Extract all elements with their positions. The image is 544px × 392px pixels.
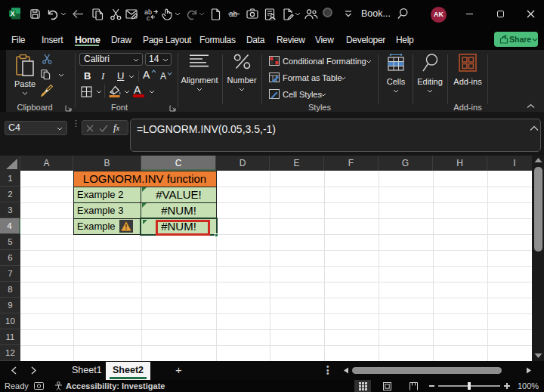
svg-text:X: X: [11, 10, 15, 17]
svg-text:c: c: [147, 14, 150, 21]
